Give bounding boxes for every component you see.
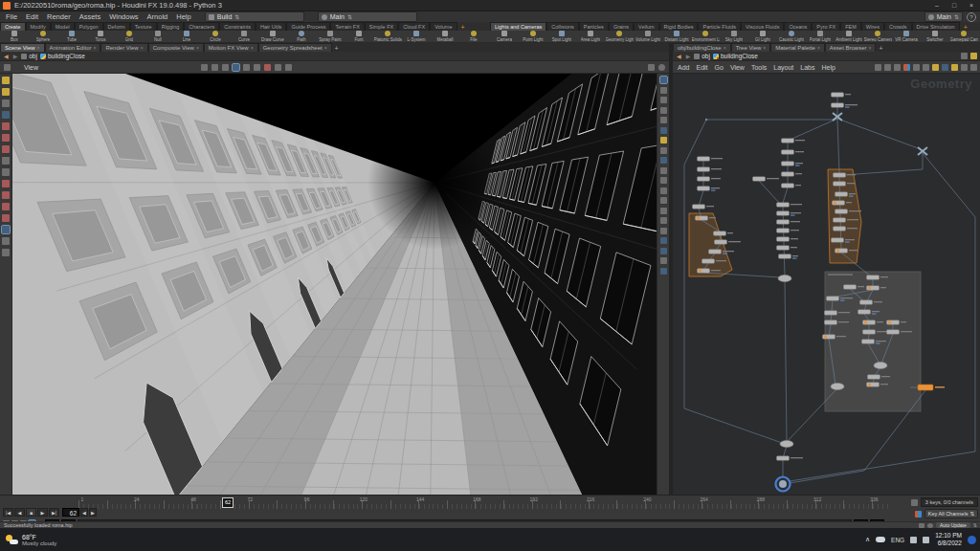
pane-tab[interactable]: Tree View × — [731, 43, 771, 52]
shelf-tab[interactable]: Hair Utils — [256, 22, 286, 31]
main-selector[interactable]: Main ⇅ — [318, 11, 417, 22]
play-button[interactable]: ▶ — [37, 508, 48, 517]
field-guide-icon[interactable] — [660, 268, 667, 275]
shelf-tab[interactable]: Volume — [430, 22, 457, 31]
perspective-view-icon[interactable] — [660, 77, 667, 83]
shelf-tool[interactable]: Null — [144, 31, 172, 42]
network-menu-item[interactable]: Edit — [696, 64, 707, 71]
view-snapshot-icon[interactable] — [660, 248, 667, 254]
menu-item[interactable]: Help — [176, 12, 190, 21]
shelf-tool[interactable]: Stereo Camera — [863, 31, 892, 42]
display-wireframe-icon[interactable] — [660, 187, 667, 194]
shelf-tab[interactable]: Rigid Bodies — [659, 22, 699, 31]
pane-tab[interactable]: Scene View × — [0, 43, 45, 52]
organize-icon[interactable] — [884, 64, 891, 71]
shelf-tab[interactable]: Grains — [609, 22, 634, 31]
path-node-chip[interactable]: buildingClose — [40, 53, 85, 59]
stop-button[interactable]: ■ — [26, 508, 36, 517]
shelf-tool[interactable]: Volume Light — [634, 31, 662, 42]
network-menu-item[interactable]: Help — [821, 64, 835, 71]
shelf-tab[interactable]: Wires — [861, 22, 884, 31]
lighting-hq-icon[interactable] — [660, 117, 667, 123]
snap-multi-icon[interactable] — [2, 168, 10, 176]
network-menu-item[interactable]: Tools — [751, 64, 767, 71]
camera-lock-icon[interactable] — [660, 257, 667, 264]
close-tab-icon[interactable]: × — [251, 45, 254, 51]
timeline-ruler[interactable]: 124487296120144168192216240264288312336 … — [78, 496, 892, 509]
menu-item[interactable]: Assets — [79, 12, 101, 21]
pen-edit-icon[interactable] — [942, 64, 948, 71]
lighting-normal-icon[interactable] — [660, 107, 667, 114]
thumbnail-camera-icon[interactable] — [970, 64, 977, 71]
shelf-tab[interactable]: Create — [0, 22, 26, 31]
magnifier-icon[interactable] — [911, 499, 918, 506]
network-menu-item[interactable]: Labs — [800, 64, 814, 71]
shelf-tab[interactable]: FEM — [840, 22, 861, 31]
shelf-tool[interactable]: Portal Light — [806, 31, 835, 42]
shadows-icon[interactable] — [660, 127, 667, 134]
shelf-tab[interactable]: Modify — [26, 22, 51, 31]
shelf-tool[interactable]: Spot Light — [547, 31, 576, 42]
shelf-tool[interactable]: Line — [172, 31, 201, 42]
close-button[interactable]: × — [963, 0, 980, 11]
menu-item[interactable]: File — [6, 12, 17, 21]
pane-tab[interactable]: Render View × — [100, 43, 147, 52]
shelf-tool[interactable]: VR Camera — [892, 31, 921, 42]
shelf-tool[interactable]: Box — [0, 31, 29, 42]
pose-tool-icon[interactable] — [2, 157, 10, 165]
sim-cache-icon[interactable] — [275, 64, 281, 71]
translate-handle-icon[interactable] — [2, 122, 10, 130]
desktop-layout-icon[interactable] — [2, 77, 10, 84]
pane-tab[interactable]: Motion FX View × — [204, 43, 258, 52]
shelf-tool[interactable]: Sky Light — [720, 31, 748, 42]
close-tab-icon[interactable]: × — [869, 45, 872, 51]
camera-list-icon[interactable] — [658, 64, 665, 71]
group-list-icon[interactable] — [660, 217, 667, 224]
onedrive-cloud-icon[interactable] — [876, 537, 885, 542]
tray-expand-icon[interactable]: ∧ — [865, 536, 870, 543]
shelf-tool[interactable]: Sphere — [29, 31, 57, 42]
snapshot-gallery-icon[interactable] — [932, 64, 939, 71]
next-frame-button[interactable]: ▶ — [89, 508, 97, 517]
secure-selection-icon[interactable] — [2, 111, 10, 119]
shelf-tab[interactable]: Lights and Cameras — [490, 22, 546, 31]
shelf-tool[interactable]: Camera — [490, 31, 519, 42]
shelf-tab[interactable]: Rigging — [157, 22, 185, 31]
playhead-marker[interactable]: 62 — [222, 497, 234, 508]
shelf-tool[interactable]: Spray Paint — [316, 31, 345, 42]
shelf-tool[interactable]: Draw Curve — [258, 31, 287, 42]
shelf-tab[interactable]: Terrain FX — [330, 22, 364, 31]
frame-all-icon[interactable] — [923, 64, 929, 71]
network-editor[interactable]: Geometry — [673, 74, 980, 495]
jump-end-button[interactable]: ▶| — [49, 508, 59, 517]
shelf-tab[interactable]: Texture — [130, 22, 157, 31]
clock[interactable]: 12:10 PM 6/8/2022 — [935, 532, 962, 547]
display-options-icon[interactable] — [648, 64, 655, 71]
pane-tab[interactable]: Animation Editor × — [45, 43, 101, 52]
shelf-tool[interactable]: Ambient Light — [835, 31, 863, 42]
shelf-tab[interactable]: Model — [51, 22, 75, 31]
network-menu-item[interactable]: Go — [715, 64, 724, 71]
pane-tab[interactable]: Composite View × — [148, 43, 204, 52]
shelf-tab[interactable]: Particle Fluids — [698, 22, 741, 31]
grid-snap-icon[interactable] — [913, 64, 920, 71]
close-tab-icon[interactable]: × — [141, 45, 144, 51]
shelf-tab[interactable]: Characters — [184, 22, 219, 31]
shading-mode-icon[interactable] — [660, 87, 667, 94]
shelf-tool[interactable]: Distant Light — [662, 31, 691, 42]
current-frame-field[interactable]: 62 — [62, 508, 79, 517]
shelf-tool[interactable]: Font — [345, 31, 373, 42]
add-tab-button[interactable]: + — [876, 45, 885, 52]
scale-handle-icon[interactable] — [2, 145, 10, 153]
back-icon[interactable]: ◀ — [3, 53, 10, 59]
shelf-tool[interactable]: Curve — [230, 31, 258, 42]
shelf-tab[interactable]: Oceans — [784, 22, 812, 31]
add-tab-button[interactable]: + — [332, 45, 342, 52]
close-tab-icon[interactable]: × — [94, 45, 97, 51]
ortho-toggle-icon[interactable] — [264, 64, 271, 71]
back-icon[interactable]: ◀ — [676, 53, 682, 59]
shelf-tab[interactable]: Simple FX — [365, 22, 398, 31]
shelf-tab[interactable]: Polygon — [75, 22, 103, 31]
shelf-tool[interactable]: Caustic Light — [777, 31, 806, 42]
minimize-button[interactable]: – — [928, 0, 946, 11]
